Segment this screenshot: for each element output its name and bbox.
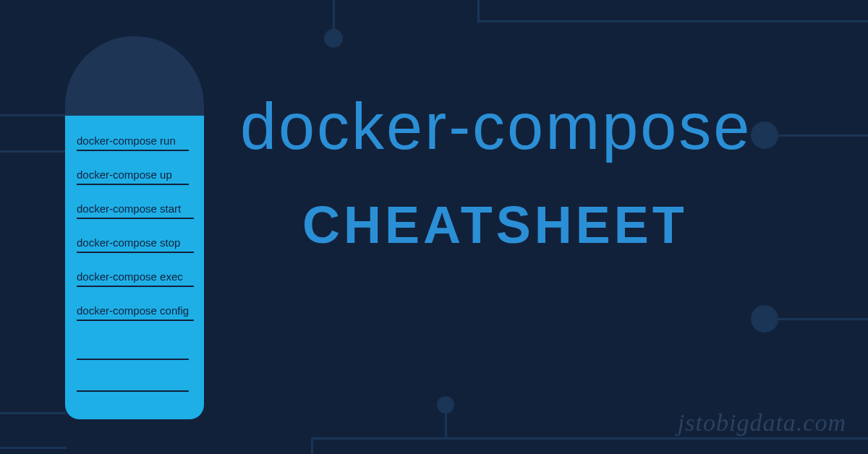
circuit-node xyxy=(324,29,343,48)
circuit-line xyxy=(477,20,868,22)
command-item: docker-compose config xyxy=(77,304,194,321)
circuit-line xyxy=(0,114,67,116)
circuit-line xyxy=(0,150,67,153)
command-item: docker-compose stop xyxy=(77,236,194,253)
command-notecard: docker-compose run docker-compose up doc… xyxy=(65,36,204,419)
circuit-line xyxy=(767,318,868,320)
circuit-node xyxy=(751,305,778,333)
circuit-line xyxy=(445,411,447,440)
circuit-node xyxy=(751,121,778,149)
circuit-line xyxy=(767,134,868,137)
blank-line xyxy=(77,359,189,360)
command-item: docker-compose exec xyxy=(77,270,194,287)
circuit-line xyxy=(311,437,868,440)
notecard-body: docker-compose run docker-compose up doc… xyxy=(65,116,204,419)
watermark: jstobigdata.com xyxy=(678,409,846,437)
blank-line xyxy=(77,390,189,392)
circuit-line xyxy=(0,412,67,414)
command-item: docker-compose run xyxy=(77,134,189,151)
command-item: docker-compose up xyxy=(77,168,189,185)
circuit-line xyxy=(477,0,480,22)
circuit-line xyxy=(311,437,313,454)
title-sub: CHEATSHEET xyxy=(302,195,688,254)
command-item: docker-compose start xyxy=(77,202,194,219)
circuit-line xyxy=(0,447,67,449)
notecard-cap xyxy=(65,36,204,116)
title-main: docker-compose xyxy=(240,90,752,164)
circuit-node xyxy=(437,396,454,414)
